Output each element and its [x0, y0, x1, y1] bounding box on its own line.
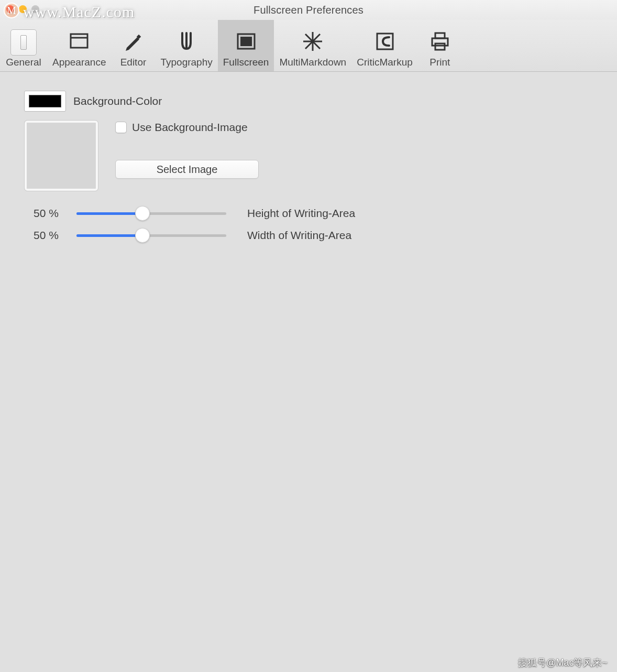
appearance-icon — [68, 30, 91, 55]
tab-label: Typography — [159, 57, 213, 68]
tab-label: General — [5, 57, 42, 68]
tab-criticmarkup[interactable]: CriticMarkup — [351, 20, 418, 71]
background-image-row: Use Background-Image Select Image — [24, 120, 593, 191]
slider-fill — [76, 234, 142, 237]
height-slider-label: Height of Writing-Area — [247, 207, 355, 220]
general-icon — [10, 29, 37, 56]
tab-editor[interactable]: Editor — [111, 20, 155, 71]
slider-thumb[interactable] — [135, 228, 150, 243]
svg-rect-12 — [435, 44, 445, 50]
tab-multimarkdown[interactable]: MultiMarkdown — [274, 20, 351, 71]
tab-label: MultiMarkdown — [278, 57, 347, 68]
tab-label: Editor — [119, 57, 148, 68]
use-background-image-row: Use Background-Image — [115, 121, 259, 134]
slider-fill — [76, 212, 142, 215]
background-image-well[interactable] — [24, 120, 98, 191]
criticmarkup-icon — [373, 30, 396, 55]
fullscreen-icon — [235, 30, 258, 55]
width-slider-row: 50 % Width of Writing-Area — [24, 228, 593, 243]
svg-rect-0 — [71, 34, 87, 48]
fullscreen-pane: Background-Color Use Background-Image Se… — [0, 72, 617, 672]
zoom-button[interactable] — [31, 5, 39, 13]
tab-label: Appearance — [51, 57, 107, 68]
use-background-image-checkbox[interactable] — [115, 122, 127, 133]
tab-label: Fullscreen — [222, 57, 270, 68]
image-options: Use Background-Image Select Image — [115, 120, 259, 179]
tab-general[interactable]: General — [0, 20, 47, 71]
typography-icon — [175, 30, 198, 55]
background-color-swatch — [29, 95, 61, 107]
preferences-toolbar: General Appearance Editor Typography Ful — [0, 20, 617, 72]
tab-appearance[interactable]: Appearance — [47, 20, 111, 71]
tab-fullscreen[interactable]: Fullscreen — [218, 20, 274, 71]
preferences-window: Fullscreen Preferences General Appearanc… — [0, 0, 617, 672]
background-color-label: Background-Color — [73, 95, 162, 107]
width-slider-label: Width of Writing-Area — [247, 229, 351, 242]
tab-print[interactable]: Print — [418, 20, 462, 71]
tab-label: CriticMarkup — [356, 57, 414, 68]
width-slider[interactable] — [76, 228, 226, 243]
tab-label: Print — [428, 57, 451, 68]
editor-icon — [122, 30, 145, 55]
titlebar: Fullscreen Preferences — [0, 0, 617, 20]
tab-typography[interactable]: Typography — [155, 20, 217, 71]
height-slider[interactable] — [76, 206, 226, 221]
height-slider-value: 50 % — [24, 207, 76, 220]
height-slider-row: 50 % Height of Writing-Area — [24, 206, 593, 221]
print-icon — [428, 30, 451, 55]
window-title: Fullscreen Preferences — [254, 4, 363, 16]
background-color-well[interactable] — [24, 91, 66, 112]
multimarkdown-icon — [301, 30, 324, 55]
svg-rect-4 — [240, 37, 252, 46]
minimize-button[interactable] — [19, 5, 27, 13]
slider-thumb[interactable] — [135, 206, 150, 221]
traffic-lights — [6, 5, 39, 13]
width-slider-value: 50 % — [24, 229, 76, 242]
close-button[interactable] — [6, 5, 14, 13]
background-color-row: Background-Color — [24, 91, 593, 112]
use-background-image-label: Use Background-Image — [132, 121, 248, 134]
svg-rect-9 — [377, 34, 393, 49]
select-image-button[interactable]: Select Image — [115, 160, 259, 179]
sliders-group: 50 % Height of Writing-Area 50 % Width o… — [24, 206, 593, 243]
